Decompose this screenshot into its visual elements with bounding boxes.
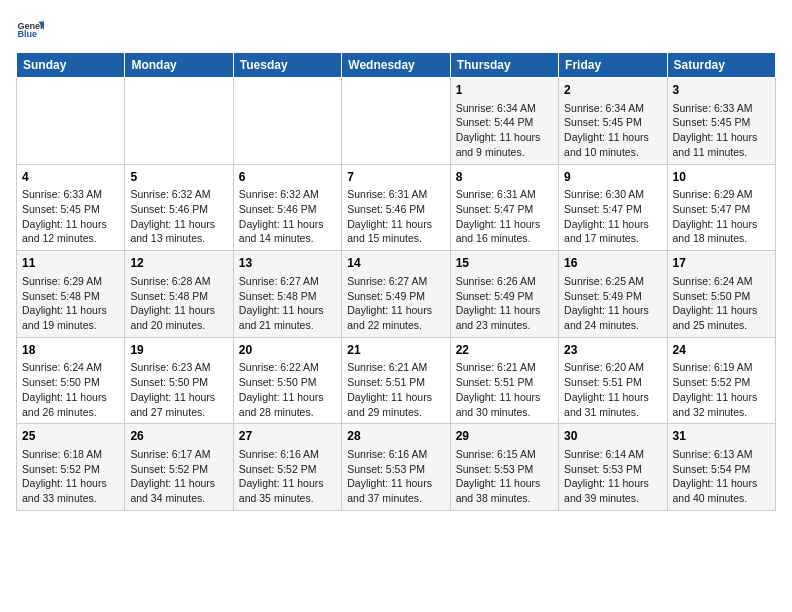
day-cell: 3Sunrise: 6:33 AM Sunset: 5:45 PM Daylig… <box>667 78 775 165</box>
week-row-3: 11Sunrise: 6:29 AM Sunset: 5:48 PM Dayli… <box>17 251 776 338</box>
day-number: 3 <box>673 82 770 99</box>
day-info: Sunrise: 6:32 AM Sunset: 5:46 PM Dayligh… <box>130 187 227 246</box>
day-number: 10 <box>673 169 770 186</box>
day-number: 28 <box>347 428 444 445</box>
day-info: Sunrise: 6:26 AM Sunset: 5:49 PM Dayligh… <box>456 274 553 333</box>
day-cell: 19Sunrise: 6:23 AM Sunset: 5:50 PM Dayli… <box>125 337 233 424</box>
day-number: 29 <box>456 428 553 445</box>
day-cell <box>342 78 450 165</box>
day-info: Sunrise: 6:25 AM Sunset: 5:49 PM Dayligh… <box>564 274 661 333</box>
day-cell: 5Sunrise: 6:32 AM Sunset: 5:46 PM Daylig… <box>125 164 233 251</box>
day-header-thursday: Thursday <box>450 53 558 78</box>
day-info: Sunrise: 6:16 AM Sunset: 5:52 PM Dayligh… <box>239 447 336 506</box>
day-number: 2 <box>564 82 661 99</box>
day-number: 25 <box>22 428 119 445</box>
day-info: Sunrise: 6:23 AM Sunset: 5:50 PM Dayligh… <box>130 360 227 419</box>
day-cell: 23Sunrise: 6:20 AM Sunset: 5:51 PM Dayli… <box>559 337 667 424</box>
day-cell: 16Sunrise: 6:25 AM Sunset: 5:49 PM Dayli… <box>559 251 667 338</box>
day-cell: 27Sunrise: 6:16 AM Sunset: 5:52 PM Dayli… <box>233 424 341 511</box>
day-cell <box>17 78 125 165</box>
day-number: 4 <box>22 169 119 186</box>
day-number: 16 <box>564 255 661 272</box>
day-cell: 28Sunrise: 6:16 AM Sunset: 5:53 PM Dayli… <box>342 424 450 511</box>
day-cell: 12Sunrise: 6:28 AM Sunset: 5:48 PM Dayli… <box>125 251 233 338</box>
week-row-5: 25Sunrise: 6:18 AM Sunset: 5:52 PM Dayli… <box>17 424 776 511</box>
day-cell: 15Sunrise: 6:26 AM Sunset: 5:49 PM Dayli… <box>450 251 558 338</box>
day-cell: 31Sunrise: 6:13 AM Sunset: 5:54 PM Dayli… <box>667 424 775 511</box>
day-cell: 30Sunrise: 6:14 AM Sunset: 5:53 PM Dayli… <box>559 424 667 511</box>
day-cell: 17Sunrise: 6:24 AM Sunset: 5:50 PM Dayli… <box>667 251 775 338</box>
day-header-wednesday: Wednesday <box>342 53 450 78</box>
day-number: 11 <box>22 255 119 272</box>
logo: General Blue <box>16 16 44 44</box>
day-info: Sunrise: 6:29 AM Sunset: 5:48 PM Dayligh… <box>22 274 119 333</box>
day-info: Sunrise: 6:31 AM Sunset: 5:47 PM Dayligh… <box>456 187 553 246</box>
day-cell: 14Sunrise: 6:27 AM Sunset: 5:49 PM Dayli… <box>342 251 450 338</box>
day-header-saturday: Saturday <box>667 53 775 78</box>
day-number: 7 <box>347 169 444 186</box>
day-cell: 7Sunrise: 6:31 AM Sunset: 5:46 PM Daylig… <box>342 164 450 251</box>
day-info: Sunrise: 6:32 AM Sunset: 5:46 PM Dayligh… <box>239 187 336 246</box>
svg-text:Blue: Blue <box>17 29 37 39</box>
week-row-2: 4Sunrise: 6:33 AM Sunset: 5:45 PM Daylig… <box>17 164 776 251</box>
calendar-table: SundayMondayTuesdayWednesdayThursdayFrid… <box>16 52 776 511</box>
day-header-friday: Friday <box>559 53 667 78</box>
day-info: Sunrise: 6:22 AM Sunset: 5:50 PM Dayligh… <box>239 360 336 419</box>
day-number: 19 <box>130 342 227 359</box>
day-info: Sunrise: 6:21 AM Sunset: 5:51 PM Dayligh… <box>456 360 553 419</box>
day-info: Sunrise: 6:33 AM Sunset: 5:45 PM Dayligh… <box>22 187 119 246</box>
day-number: 5 <box>130 169 227 186</box>
day-info: Sunrise: 6:34 AM Sunset: 5:44 PM Dayligh… <box>456 101 553 160</box>
day-cell: 8Sunrise: 6:31 AM Sunset: 5:47 PM Daylig… <box>450 164 558 251</box>
day-info: Sunrise: 6:29 AM Sunset: 5:47 PM Dayligh… <box>673 187 770 246</box>
logo-icon: General Blue <box>16 16 44 44</box>
day-cell <box>125 78 233 165</box>
day-info: Sunrise: 6:24 AM Sunset: 5:50 PM Dayligh… <box>673 274 770 333</box>
day-cell: 22Sunrise: 6:21 AM Sunset: 5:51 PM Dayli… <box>450 337 558 424</box>
day-number: 13 <box>239 255 336 272</box>
day-info: Sunrise: 6:15 AM Sunset: 5:53 PM Dayligh… <box>456 447 553 506</box>
day-info: Sunrise: 6:17 AM Sunset: 5:52 PM Dayligh… <box>130 447 227 506</box>
day-number: 18 <box>22 342 119 359</box>
day-number: 27 <box>239 428 336 445</box>
day-number: 14 <box>347 255 444 272</box>
day-info: Sunrise: 6:27 AM Sunset: 5:49 PM Dayligh… <box>347 274 444 333</box>
day-info: Sunrise: 6:14 AM Sunset: 5:53 PM Dayligh… <box>564 447 661 506</box>
day-info: Sunrise: 6:33 AM Sunset: 5:45 PM Dayligh… <box>673 101 770 160</box>
day-cell: 20Sunrise: 6:22 AM Sunset: 5:50 PM Dayli… <box>233 337 341 424</box>
day-info: Sunrise: 6:30 AM Sunset: 5:47 PM Dayligh… <box>564 187 661 246</box>
day-number: 15 <box>456 255 553 272</box>
day-info: Sunrise: 6:13 AM Sunset: 5:54 PM Dayligh… <box>673 447 770 506</box>
day-cell <box>233 78 341 165</box>
day-cell: 29Sunrise: 6:15 AM Sunset: 5:53 PM Dayli… <box>450 424 558 511</box>
day-info: Sunrise: 6:24 AM Sunset: 5:50 PM Dayligh… <box>22 360 119 419</box>
days-header-row: SundayMondayTuesdayWednesdayThursdayFrid… <box>17 53 776 78</box>
day-number: 23 <box>564 342 661 359</box>
day-cell: 13Sunrise: 6:27 AM Sunset: 5:48 PM Dayli… <box>233 251 341 338</box>
day-number: 1 <box>456 82 553 99</box>
day-header-sunday: Sunday <box>17 53 125 78</box>
day-cell: 18Sunrise: 6:24 AM Sunset: 5:50 PM Dayli… <box>17 337 125 424</box>
day-cell: 2Sunrise: 6:34 AM Sunset: 5:45 PM Daylig… <box>559 78 667 165</box>
day-info: Sunrise: 6:31 AM Sunset: 5:46 PM Dayligh… <box>347 187 444 246</box>
day-cell: 6Sunrise: 6:32 AM Sunset: 5:46 PM Daylig… <box>233 164 341 251</box>
day-info: Sunrise: 6:34 AM Sunset: 5:45 PM Dayligh… <box>564 101 661 160</box>
day-cell: 11Sunrise: 6:29 AM Sunset: 5:48 PM Dayli… <box>17 251 125 338</box>
day-info: Sunrise: 6:16 AM Sunset: 5:53 PM Dayligh… <box>347 447 444 506</box>
day-number: 31 <box>673 428 770 445</box>
day-cell: 9Sunrise: 6:30 AM Sunset: 5:47 PM Daylig… <box>559 164 667 251</box>
day-number: 20 <box>239 342 336 359</box>
day-number: 8 <box>456 169 553 186</box>
day-cell: 21Sunrise: 6:21 AM Sunset: 5:51 PM Dayli… <box>342 337 450 424</box>
day-info: Sunrise: 6:21 AM Sunset: 5:51 PM Dayligh… <box>347 360 444 419</box>
day-info: Sunrise: 6:27 AM Sunset: 5:48 PM Dayligh… <box>239 274 336 333</box>
day-number: 26 <box>130 428 227 445</box>
header: General Blue <box>16 16 776 44</box>
day-number: 9 <box>564 169 661 186</box>
day-header-tuesday: Tuesday <box>233 53 341 78</box>
day-number: 24 <box>673 342 770 359</box>
day-info: Sunrise: 6:28 AM Sunset: 5:48 PM Dayligh… <box>130 274 227 333</box>
day-info: Sunrise: 6:20 AM Sunset: 5:51 PM Dayligh… <box>564 360 661 419</box>
day-number: 12 <box>130 255 227 272</box>
week-row-4: 18Sunrise: 6:24 AM Sunset: 5:50 PM Dayli… <box>17 337 776 424</box>
